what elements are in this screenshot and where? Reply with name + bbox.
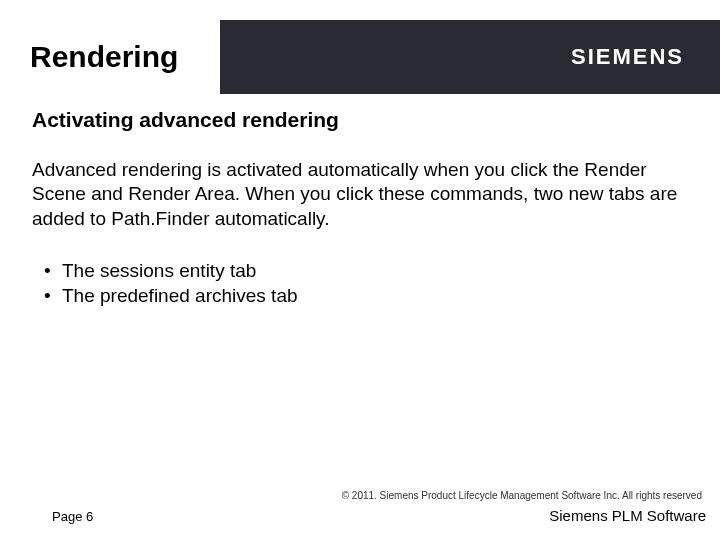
content-subtitle: Activating advanced rendering <box>32 108 684 132</box>
page-number: Page 6 <box>32 509 93 524</box>
bullet-list: The sessions entity tab The predefined a… <box>32 259 684 308</box>
list-item: The sessions entity tab <box>32 259 684 284</box>
footer-row: Page 6 Siemens PLM Software <box>32 507 706 524</box>
content-body: Advanced rendering is activated automati… <box>32 158 684 231</box>
title-block: Rendering <box>0 20 220 94</box>
copyright-text: © 2011. Siemens Product Lifecycle Manage… <box>32 490 706 501</box>
slide: Rendering SIEMENS Activating advanced re… <box>0 0 720 540</box>
content-area: Activating advanced rendering Advanced r… <box>32 108 684 308</box>
brand-logo: SIEMENS <box>571 44 684 70</box>
slide-title: Rendering <box>30 40 178 74</box>
footer: © 2011. Siemens Product Lifecycle Manage… <box>32 490 706 524</box>
list-item: The predefined archives tab <box>32 284 684 309</box>
product-name: Siemens PLM Software <box>549 507 706 524</box>
header-band: Rendering SIEMENS <box>0 20 720 94</box>
